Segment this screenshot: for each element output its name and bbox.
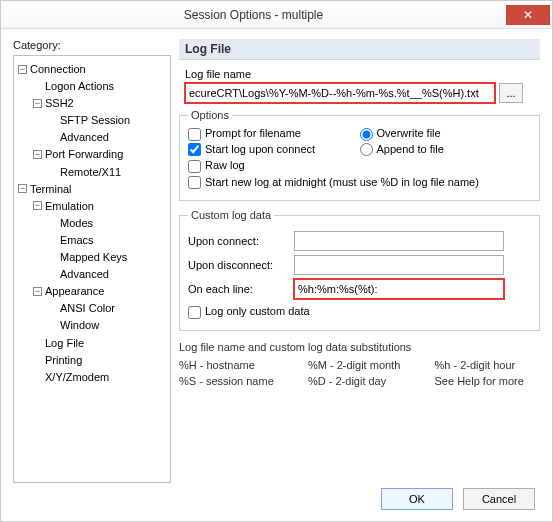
tree-terminal[interactable]: −Terminal [16, 180, 168, 197]
tree-logon-actions[interactable]: Logon Actions [16, 77, 168, 94]
subst-help: See Help for more [435, 373, 540, 389]
log-only-custom-checkbox[interactable] [188, 306, 201, 319]
midnight-checkbox[interactable] [188, 176, 201, 189]
subst-s: %S - session name [179, 373, 290, 389]
append-option[interactable]: Append to file [360, 143, 532, 157]
substitutions-header: Log file name and custom log data substi… [179, 339, 540, 355]
tree-emulation[interactable]: −Emulation [16, 197, 168, 214]
start-log-checkbox[interactable] [188, 143, 201, 156]
category-label: Category: [13, 39, 171, 51]
upon-disconnect-input[interactable] [294, 255, 504, 275]
close-button[interactable]: ✕ [506, 5, 550, 25]
subst-hour: %h - 2-digit hour [435, 357, 540, 373]
custom-log-group: Custom log data Upon connect: Upon disco… [179, 209, 540, 331]
log-only-custom-option[interactable]: Log only custom data [188, 305, 310, 319]
upon-disconnect-label: Upon disconnect: [188, 259, 288, 271]
log-file-name-input[interactable] [185, 83, 495, 103]
collapse-icon[interactable]: − [33, 287, 42, 296]
title-bar: Session Options - multiple ✕ [1, 1, 552, 29]
tree-sftp-session[interactable]: SFTP Session [16, 111, 168, 128]
midnight-option[interactable]: Start new log at midnight (must use %D i… [188, 176, 479, 190]
collapse-icon[interactable]: − [18, 184, 27, 193]
each-line-input[interactable] [294, 279, 504, 299]
tree-connection[interactable]: −Connection [16, 60, 168, 77]
tree-printing[interactable]: Printing [16, 351, 168, 368]
close-icon: ✕ [523, 8, 533, 22]
subst-d: %D - 2-digit day [308, 373, 417, 389]
tree-ansi-color[interactable]: ANSI Color [16, 299, 168, 316]
tree-mapped-keys[interactable]: Mapped Keys [16, 248, 168, 265]
tree-advanced-emu[interactable]: Advanced [16, 265, 168, 282]
each-line-label: On each line: [188, 283, 288, 295]
log-file-name-label: Log file name [185, 68, 540, 80]
browse-button[interactable]: ... [499, 83, 523, 103]
overwrite-option[interactable]: Overwrite file [360, 127, 532, 141]
tree-modes[interactable]: Modes [16, 214, 168, 231]
options-legend: Options [188, 109, 232, 121]
window-title: Session Options - multiple [1, 8, 506, 22]
custom-log-legend: Custom log data [188, 209, 274, 221]
subst-m: %M - 2-digit month [308, 357, 417, 373]
collapse-icon[interactable]: − [33, 201, 42, 210]
upon-connect-input[interactable] [294, 231, 504, 251]
tree-xyzmodem[interactable]: X/Y/Zmodem [16, 368, 168, 385]
tree-emacs[interactable]: Emacs [16, 231, 168, 248]
overwrite-radio[interactable] [360, 128, 373, 141]
tree-log-file[interactable]: Log File [16, 334, 168, 351]
upon-connect-label: Upon connect: [188, 235, 288, 247]
category-tree[interactable]: −Connection Logon Actions −SSH2 SFTP Ses… [13, 55, 171, 483]
collapse-icon[interactable]: − [18, 65, 27, 74]
collapse-icon[interactable]: − [33, 99, 42, 108]
options-group: Options Prompt for filename Overwrite fi… [179, 109, 540, 201]
panel-header: Log File [179, 39, 540, 60]
raw-log-option[interactable]: Raw log [188, 159, 245, 173]
prompt-filename-checkbox[interactable] [188, 128, 201, 141]
ok-button[interactable]: OK [381, 488, 453, 510]
tree-ssh2[interactable]: −SSH2 [16, 94, 168, 111]
append-radio[interactable] [360, 143, 373, 156]
cancel-button[interactable]: Cancel [463, 488, 535, 510]
tree-port-forwarding[interactable]: −Port Forwarding [16, 145, 168, 162]
raw-log-checkbox[interactable] [188, 160, 201, 173]
prompt-filename-option[interactable]: Prompt for filename [188, 127, 360, 141]
tree-remote-x11[interactable]: Remote/X11 [16, 163, 168, 180]
tree-window[interactable]: Window [16, 316, 168, 333]
subst-h: %H - hostname [179, 357, 290, 373]
tree-advanced-ssh[interactable]: Advanced [16, 128, 168, 145]
collapse-icon[interactable]: − [33, 150, 42, 159]
tree-appearance[interactable]: −Appearance [16, 282, 168, 299]
start-log-option[interactable]: Start log upon connect [188, 143, 360, 157]
substitutions-help: Log file name and custom log data substi… [179, 339, 540, 389]
